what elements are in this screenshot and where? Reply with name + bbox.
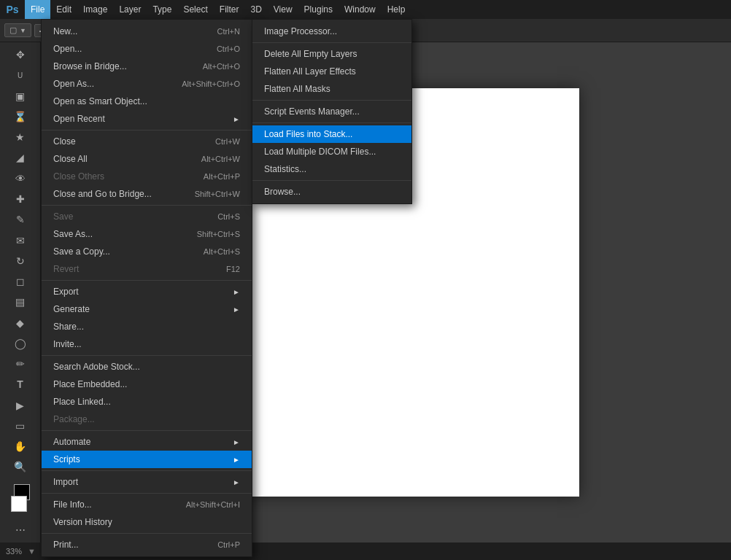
menu-view[interactable]: View — [268, 0, 298, 19]
menu-item-place-embedded[interactable]: Place Embedded... — [42, 376, 252, 393]
tool-dodge[interactable]: ◯ — [6, 334, 35, 353]
menu-item-export[interactable]: Export ► — [42, 283, 252, 300]
menu-item-close-go-bridge[interactable]: Close and Go to Bridge... Shift+Ctrl+W — [42, 185, 252, 203]
scripts-load-dicom[interactable]: Load Multiple DICOM Files... — [252, 143, 411, 160]
menu-item-new[interactable]: New... Ctrl+N — [42, 23, 252, 40]
menu-plugins[interactable]: Plugins — [298, 0, 339, 19]
scripts-browse[interactable]: Browse... — [252, 183, 411, 201]
tool-text[interactable]: T — [6, 375, 35, 394]
menu-item-save[interactable]: Save Ctrl+S — [42, 208, 252, 225]
menu-item-scripts[interactable]: Scripts ► — [42, 451, 252, 468]
separator-5 — [42, 430, 252, 431]
menu-select[interactable]: Select — [177, 0, 213, 19]
separator-7 — [42, 493, 252, 494]
scripts-statistics[interactable]: Statistics... — [252, 160, 411, 178]
menu-filter[interactable]: Filter — [214, 0, 245, 19]
tool-clone[interactable]: ✉ — [6, 230, 35, 249]
menu-item-share[interactable]: Share... — [42, 318, 252, 335]
menu-item-open-smart[interactable]: Open as Smart Object... — [42, 93, 252, 110]
tool-path-select[interactable]: ▶ — [6, 396, 35, 415]
tool-artboard[interactable]: U — [6, 66, 35, 85]
tool-gradient[interactable]: ▤ — [6, 292, 35, 311]
menu-item-save-copy[interactable]: Save a Copy... Alt+Ctrl+S — [42, 243, 252, 260]
menu-item-open[interactable]: Open... Ctrl+O — [42, 40, 252, 58]
menu-3d[interactable]: 3D — [244, 0, 267, 19]
menu-item-file-info[interactable]: File Info... Alt+Shift+Ctrl+I — [42, 496, 252, 513]
menu-window[interactable]: Window — [339, 0, 382, 19]
tool-blur[interactable]: ◆ — [6, 313, 35, 332]
scripts-flatten-masks[interactable]: Flatten All Masks — [252, 80, 411, 98]
menu-edit[interactable]: Edit — [50, 0, 77, 19]
scripts-flatten-layer-effects[interactable]: Flatten All Layer Effects — [252, 63, 411, 80]
tool-move[interactable]: ✥ — [6, 45, 35, 64]
menu-item-close-all[interactable]: Close All Alt+Ctrl+W — [42, 150, 252, 168]
separator-2 — [42, 205, 252, 206]
menu-file[interactable]: File — [25, 0, 50, 19]
tool-more[interactable]: ⋯ — [6, 521, 35, 540]
menu-item-place-linked[interactable]: Place Linked... — [42, 393, 252, 411]
left-toolbar: ✥ U ▣ ⌛ ★ ◢ 👁 ✚ ✎ ✉ ↻ ◻ ▤ ◆ ◯ ✏ T ▶ ▭ ✋ … — [0, 42, 41, 542]
tool-crop[interactable]: ◢ — [6, 148, 35, 167]
app-logo: Ps — [3, 0, 22, 19]
menu-item-package[interactable]: Package... — [42, 411, 252, 428]
scripts-sep-3 — [252, 122, 411, 123]
tool-pen[interactable]: ✏ — [6, 354, 35, 373]
menu-item-open-recent[interactable]: Open Recent ► — [42, 110, 252, 128]
tool-eyedropper[interactable]: 👁 — [6, 169, 35, 188]
scripts-image-processor[interactable]: Image Processor... — [252, 23, 411, 40]
separator-6 — [42, 470, 252, 471]
menu-item-save-as[interactable]: Save As... Shift+Ctrl+S — [42, 225, 252, 243]
tool-brush[interactable]: ✎ — [6, 210, 35, 229]
tool-hand[interactable]: ✋ — [6, 437, 35, 456]
separator-1 — [42, 130, 252, 131]
menu-item-generate[interactable]: Generate ► — [42, 300, 252, 318]
separator-3 — [42, 280, 252, 281]
menu-item-close[interactable]: Close Ctrl+W — [42, 133, 252, 150]
tool-zoom[interactable]: 🔍 — [6, 457, 35, 476]
scripts-events-manager[interactable]: Script Events Manager... — [252, 103, 411, 120]
menu-item-revert[interactable]: Revert F12 — [42, 260, 252, 278]
menu-item-close-others[interactable]: Close Others Alt+Ctrl+P — [42, 168, 252, 185]
menu-layer[interactable]: Layer — [113, 0, 147, 19]
menu-item-automate[interactable]: Automate ► — [42, 433, 252, 451]
background-color[interactable] — [11, 496, 27, 512]
scripts-sep-1 — [252, 42, 411, 43]
menu-item-open-as[interactable]: Open As... Alt+Shift+Ctrl+O — [42, 75, 252, 93]
menu-item-adobe-stock[interactable]: Search Adobe Stock... — [42, 358, 252, 376]
menu-item-invite[interactable]: Invite... — [42, 335, 252, 353]
scripts-delete-empty-layers[interactable]: Delete All Empty Layers — [252, 45, 411, 63]
toolbar-shape-select[interactable]: ▢▼ — [4, 23, 31, 37]
zoom-level: 33% — [6, 547, 22, 556]
scripts-submenu: Image Processor... Delete All Empty Laye… — [252, 19, 412, 204]
tool-heal[interactable]: ✚ — [6, 190, 35, 209]
menu-type[interactable]: Type — [147, 0, 177, 19]
tool-eraser[interactable]: ◻ — [6, 272, 35, 291]
tool-select-rect[interactable]: ▣ — [6, 87, 35, 106]
tool-lasso[interactable]: ⌛ — [6, 107, 35, 126]
tool-magic-wand[interactable]: ★ — [6, 128, 35, 147]
menu-help[interactable]: Help — [382, 0, 411, 19]
menu-bar: Ps File Edit Image Layer Type Select Fil… — [0, 0, 731, 19]
tool-shape[interactable]: ▭ — [6, 416, 35, 435]
menu-image[interactable]: Image — [77, 0, 113, 19]
menu-item-browse-bridge[interactable]: Browse in Bridge... Alt+Ctrl+O — [42, 58, 252, 75]
scripts-sep-4 — [252, 180, 411, 181]
separator-4 — [42, 355, 252, 356]
menu-item-version-history[interactable]: Version History — [42, 513, 252, 531]
menu-item-print[interactable]: Print... Ctrl+P — [42, 536, 252, 553]
file-menu: New... Ctrl+N Open... Ctrl+O Browse in B… — [41, 19, 252, 557]
scripts-load-files-stack[interactable]: Load Files into Stack... — [252, 125, 411, 143]
scripts-sep-2 — [252, 100, 411, 101]
separator-8 — [42, 533, 252, 534]
tool-history-brush[interactable]: ↻ — [6, 252, 35, 271]
menu-item-import[interactable]: Import ► — [42, 473, 252, 491]
